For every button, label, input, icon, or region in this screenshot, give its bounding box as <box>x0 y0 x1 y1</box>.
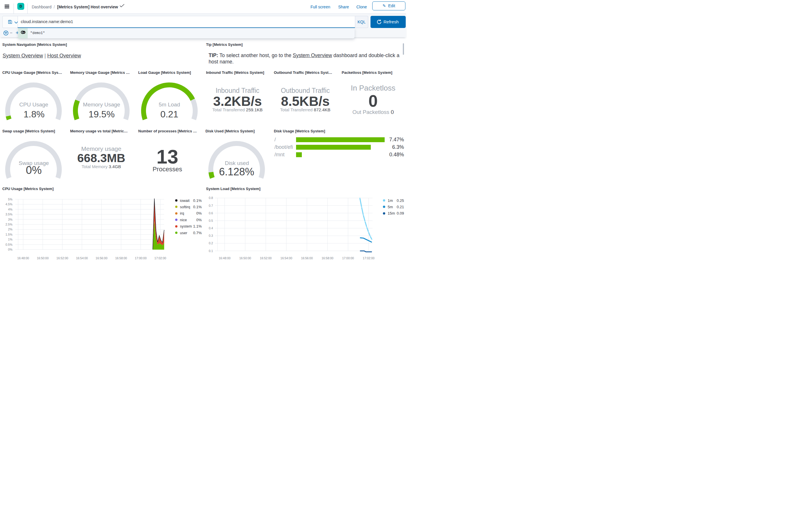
svg-text:16:56:00: 16:56:00 <box>301 256 313 260</box>
svg-text:16:58:00: 16:58:00 <box>115 256 127 260</box>
svg-text:2.5%: 2.5% <box>5 223 13 226</box>
svg-text:17:02:00: 17:02:00 <box>154 256 166 260</box>
svg-text:0.7: 0.7 <box>209 204 213 207</box>
svg-text:0.6: 0.6 <box>209 212 213 215</box>
svg-text:0.3: 0.3 <box>209 234 213 237</box>
svg-text:16:54:00: 16:54:00 <box>280 256 292 260</box>
svg-text:0.5: 0.5 <box>209 219 213 222</box>
svg-text:3%: 3% <box>8 218 13 221</box>
svg-text:17:00:00: 17:00:00 <box>342 256 354 260</box>
svg-text:1%: 1% <box>8 238 13 241</box>
svg-text:17:02:00: 17:02:00 <box>363 256 375 260</box>
svg-text:3.5%: 3.5% <box>5 213 13 216</box>
svg-text:16:52:00: 16:52:00 <box>57 256 68 260</box>
svg-text:17:00:00: 17:00:00 <box>135 256 146 260</box>
svg-text:16:58:00: 16:58:00 <box>321 256 333 260</box>
svg-text:0.2: 0.2 <box>209 241 213 245</box>
svg-text:0%: 0% <box>8 248 13 251</box>
svg-text:4%: 4% <box>8 208 13 211</box>
svg-text:16:56:00: 16:56:00 <box>96 256 107 260</box>
svg-text:0.4: 0.4 <box>209 226 213 230</box>
svg-text:16:48:00: 16:48:00 <box>17 256 29 260</box>
svg-text:0.8: 0.8 <box>209 196 213 200</box>
svg-text:16:50:00: 16:50:00 <box>239 256 251 260</box>
svg-text:5%: 5% <box>8 198 13 201</box>
svg-text:4.5%: 4.5% <box>5 202 13 206</box>
svg-text:16:50:00: 16:50:00 <box>37 256 49 260</box>
svg-text:16:54:00: 16:54:00 <box>76 256 88 260</box>
svg-text:16:52:00: 16:52:00 <box>260 256 272 260</box>
svg-text:1.5%: 1.5% <box>5 233 13 236</box>
svg-text:0.5%: 0.5% <box>5 243 13 246</box>
svg-text:2%: 2% <box>8 227 13 231</box>
svg-text:0.1: 0.1 <box>209 249 213 253</box>
svg-text:16:48:00: 16:48:00 <box>219 256 231 260</box>
